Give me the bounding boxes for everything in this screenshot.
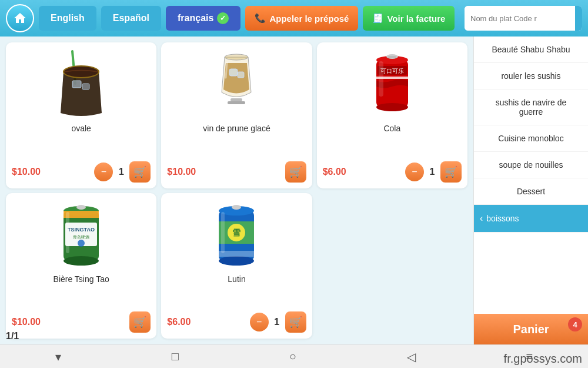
tsingtao-image: TSINGTAO 青岛啤酒 — [55, 199, 108, 270]
nav-circle-icon[interactable]: ○ — [289, 350, 296, 363]
bottom-navigation: ▾ □ ○ ◁ ≡ fr.gpossys.com — [0, 344, 588, 368]
svg-rect-3 — [72, 81, 81, 88]
svg-text:TSINGTAO: TSINGTAO — [68, 227, 95, 233]
search-bar — [465, 6, 582, 31]
products-grid: ovale $10.00 − 1 🛒 — [0, 37, 473, 344]
ovale-image — [52, 48, 111, 119]
sidebar-item-soupe[interactable]: soupe de nouilles — [474, 152, 588, 178]
qty-controls-lutin: − 1 🛒 — [250, 311, 306, 333]
product-name-ovale: ovale — [71, 124, 91, 133]
lutin-image: 雪 — [210, 199, 263, 270]
qty-controls-tsingtao: 🛒 — [129, 311, 151, 333]
qty-decrease-ovale[interactable]: − — [94, 163, 113, 181]
product-name-cola: Cola — [383, 124, 400, 133]
svg-point-28 — [76, 205, 86, 210]
search-input[interactable] — [465, 6, 575, 31]
invoice-label: Voir la facture — [387, 14, 445, 24]
product-card-vin-prune: vin de prune glacé $10.00 🛒 — [161, 42, 312, 188]
svg-text:可口可乐: 可口可乐 — [380, 68, 404, 74]
language-francais-button[interactable]: français ✓ — [166, 6, 240, 31]
product-card-tsingtao: TSINGTAO 青岛啤酒 Bière Tsing Tao $10.00 🛒 — [6, 193, 156, 339]
sidebar-item-boissons[interactable]: ‹ boissons — [474, 205, 588, 233]
call-icon: 📞 — [255, 13, 266, 24]
svg-rect-18 — [388, 56, 396, 58]
svg-rect-8 — [230, 98, 242, 101]
qty-value-lutin: 1 — [271, 317, 283, 327]
svg-rect-4 — [82, 84, 89, 89]
qty-value-ovale: 1 — [115, 167, 127, 177]
product-card-ovale: ovale $10.00 − 1 🛒 — [6, 42, 156, 188]
product-image-tsingtao: TSINGTAO 青岛啤酒 — [46, 199, 116, 270]
nav-back-icon[interactable]: ◁ — [407, 350, 416, 364]
call-staff-button[interactable]: 📞 Appeler le préposé — [245, 6, 358, 31]
product-price-ovale: $10.00 — [12, 167, 41, 177]
sidebar-item-sushis[interactable]: sushis de navire de guerre — [474, 89, 588, 125]
svg-rect-16 — [379, 61, 383, 97]
qty-decrease-cola[interactable]: − — [405, 163, 424, 181]
call-label: Appeler le préposé — [269, 14, 349, 24]
cart-button[interactable]: Panier 4 — [474, 314, 588, 344]
sidebar-item-cuisine[interactable]: Cuisine monobloc — [474, 125, 588, 152]
product-image-lutin: 雪 — [201, 199, 272, 270]
svg-rect-6 — [229, 69, 238, 76]
qty-controls-ovale: − 1 🛒 — [94, 161, 151, 183]
view-invoice-button[interactable]: 🧾 Voir la facture — [363, 6, 455, 31]
invoice-icon: 🧾 — [372, 13, 383, 24]
sidebar-item-rouler[interactable]: rouler les sushis — [474, 63, 588, 89]
svg-rect-9 — [228, 101, 245, 104]
svg-point-12 — [376, 103, 408, 111]
svg-text:青岛啤酒: 青岛啤酒 — [73, 235, 89, 239]
cart-badge: 4 — [568, 317, 582, 331]
language-espanol-button[interactable]: Español — [101, 6, 161, 31]
page-indicator: 1/1 — [6, 331, 19, 342]
product-price-lutin: $6.00 — [167, 317, 191, 327]
category-sidebar: Beauté Shabu Shabu rouler les sushis sus… — [473, 37, 588, 344]
svg-rect-27 — [66, 212, 69, 253]
product-footer-cola: $6.00 − 1 🛒 — [323, 161, 462, 183]
svg-point-31 — [219, 256, 254, 266]
nav-square-icon[interactable]: □ — [172, 350, 179, 363]
cola-image: 可口可乐 — [366, 48, 419, 119]
product-card-lutin: 雪 Lutin $6.00 − 1 🛒 — [161, 193, 312, 339]
svg-point-38 — [232, 205, 241, 210]
svg-rect-37 — [221, 212, 225, 253]
product-footer-tsingtao: $10.00 🛒 — [12, 311, 151, 333]
svg-point-21 — [64, 256, 99, 266]
add-to-cart-lutin[interactable]: 🛒 — [285, 311, 306, 333]
product-name-lutin: Lutin — [228, 274, 245, 284]
vin-prune-image — [207, 48, 266, 119]
cart-label: Panier — [513, 323, 549, 336]
sidebar-item-dessert[interactable]: Dessert — [474, 178, 588, 205]
product-price-cola: $6.00 — [323, 167, 346, 177]
product-card-empty — [317, 193, 467, 339]
sidebar-item-beaute[interactable]: Beauté Shabu Shabu — [474, 37, 588, 63]
qty-decrease-lutin[interactable]: − — [250, 313, 269, 331]
product-price-tsingtao: $10.00 — [12, 317, 41, 327]
search-button[interactable] — [575, 6, 582, 31]
add-to-cart-tsingtao[interactable]: 🛒 — [129, 311, 151, 333]
svg-text:雪: 雪 — [232, 228, 240, 237]
svg-point-5 — [225, 54, 248, 60]
product-card-cola: 可口可乐 Cola $6.00 − 1 🛒 — [317, 42, 467, 188]
add-to-cart-cola[interactable]: 🛒 — [440, 161, 462, 183]
qty-controls-cola: − 1 🛒 — [405, 161, 462, 183]
sidebar-boissons-label: boissons — [486, 214, 519, 223]
product-name-tsingtao: Bière Tsing Tao — [54, 274, 109, 284]
qty-value-cola: 1 — [426, 167, 438, 177]
svg-point-26 — [78, 240, 85, 247]
add-to-cart-ovale[interactable]: 🛒 — [129, 161, 151, 183]
watermark: fr.gpossys.com — [504, 352, 582, 366]
product-image-ovale — [46, 48, 116, 119]
product-image-vin-prune — [201, 48, 272, 119]
home-button[interactable] — [6, 4, 34, 32]
sidebar-active-chevron: ‹ — [480, 213, 483, 224]
francais-label: français — [178, 13, 213, 24]
nav-down-icon[interactable]: ▾ — [55, 350, 61, 364]
product-footer-lutin: $6.00 − 1 🛒 — [167, 311, 306, 333]
product-name-vin-prune: vin de prune glacé — [203, 124, 270, 133]
language-english-button[interactable]: English — [39, 6, 96, 31]
qty-controls-vin-prune: 🛒 — [285, 161, 306, 183]
add-to-cart-vin-prune[interactable]: 🛒 — [285, 161, 306, 183]
product-price-vin-prune: $10.00 — [167, 167, 196, 177]
product-footer-vin-prune: $10.00 🛒 — [167, 161, 306, 183]
